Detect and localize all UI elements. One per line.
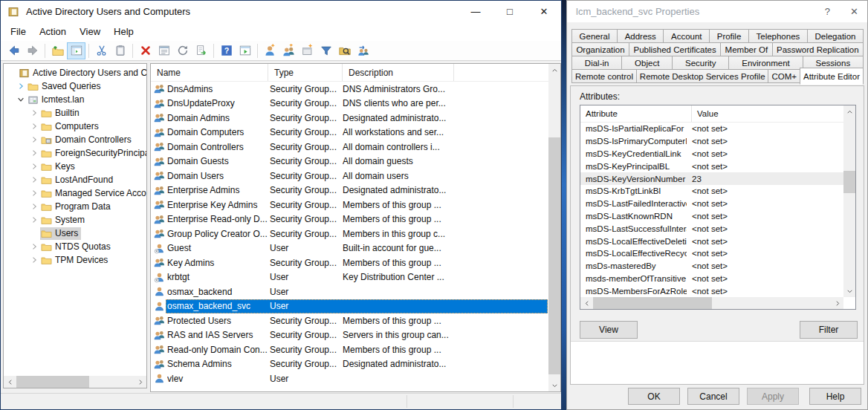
chevron-right-icon[interactable] (30, 108, 39, 117)
refresh-icon[interactable] (173, 42, 192, 59)
chevron-right-icon[interactable] (30, 189, 39, 198)
chevron-right-icon[interactable] (30, 135, 39, 144)
scrollbar-thumb[interactable] (16, 376, 89, 388)
table-row[interactable]: Protected UsersSecurity Group...Members … (151, 313, 548, 328)
table-row[interactable]: Group Policy Creator O...Security Group.… (151, 227, 548, 241)
apply-button[interactable]: Apply (747, 388, 799, 405)
dialog-help-icon[interactable]: ? (825, 6, 830, 17)
table-row[interactable]: Domain ComputersSecurity Group...All wor… (151, 126, 548, 140)
tab-environment[interactable]: Environment (728, 56, 803, 70)
scroll-down-icon[interactable] (843, 285, 855, 297)
table-row-selected[interactable]: osmax_backend_svcUser (151, 299, 548, 314)
attribute-row[interactable]: msDS-IsPartialReplicaFor<not set> (580, 123, 843, 135)
help-icon[interactable]: ? (217, 42, 236, 59)
find-icon[interactable] (335, 42, 354, 59)
tree-item-lostandfound[interactable]: LostAndFound (4, 173, 146, 186)
scroll-up-icon[interactable] (843, 105, 855, 117)
menu-action[interactable]: Action (33, 24, 73, 39)
close-button[interactable]: ✕ (527, 1, 561, 22)
table-row[interactable]: Read-only Domain Con...Security Group...… (151, 342, 548, 357)
table-row[interactable]: GuestUserBuilt-in account for gue... (151, 241, 548, 256)
tree-item-managed-service-accounts[interactable]: Managed Service Accounts (4, 186, 146, 200)
column-header-attribute[interactable]: Attribute (580, 105, 692, 122)
tree-item-builtin[interactable]: Builtin (4, 106, 146, 120)
delete-icon[interactable] (136, 42, 155, 59)
tab-remote-desktop-services-profile[interactable]: Remote Desktop Services Profile (636, 69, 769, 83)
chevron-right-icon[interactable] (30, 175, 39, 184)
help-button[interactable]: Help (809, 388, 861, 405)
tree-item-users[interactable]: Users (4, 227, 146, 240)
chevron-right-icon[interactable] (30, 215, 39, 224)
table-row[interactable]: osmax_backendUser (151, 284, 548, 299)
table-row[interactable]: Enterprise AdminsSecurity Group...Design… (151, 183, 548, 198)
attribute-row[interactable]: msDS-KeyCredentialLink<not set> (580, 148, 843, 160)
tree-item-root[interactable]: Active Directory Users and Computers (4, 66, 146, 79)
view-button[interactable]: View (580, 321, 638, 339)
table-row[interactable]: Domain GuestsSecurity Group...All domain… (151, 154, 548, 169)
attribute-row[interactable]: msDS-LastFailedInteractiveL...<not set> (580, 198, 843, 210)
tab-address[interactable]: Address (617, 29, 664, 43)
attribute-row[interactable]: msDS-LastSuccessfulIntera...<not set> (580, 222, 843, 235)
column-header-name[interactable]: Name (151, 64, 268, 81)
attribute-row[interactable]: msDS-LocalEffectiveDeletio...<not set> (580, 235, 843, 247)
menu-file[interactable]: File (4, 24, 33, 39)
tree-item-ntds-quotas[interactable]: NTDS Quotas (4, 240, 146, 253)
table-row[interactable]: Enterprise Key AdminsSecurity Group...Me… (151, 198, 548, 212)
back-icon[interactable] (4, 42, 23, 59)
table-row[interactable]: RAS and IAS ServersSecurity Group...Serv… (151, 328, 548, 343)
chevron-right-icon[interactable] (30, 162, 39, 171)
scroll-right-icon[interactable] (135, 376, 146, 388)
table-row[interactable]: krbtgtUserKey Distribution Center ... (151, 270, 548, 285)
new-user-icon[interactable] (261, 42, 279, 59)
table-row[interactable]: Enterprise Read-only D...Security Group.… (151, 212, 548, 227)
table-row[interactable]: DnsAdminsSecurity Group...DNS Administra… (151, 82, 548, 97)
column-header-value[interactable]: Value (692, 105, 843, 122)
table-row[interactable]: vlevUser (151, 371, 548, 386)
forward-icon[interactable] (23, 42, 42, 59)
filter-button[interactable]: Filter (800, 321, 858, 339)
scrollbar-thumb[interactable] (593, 297, 712, 309)
scroll-left-icon[interactable] (580, 297, 592, 309)
tab-telephones[interactable]: Telephones (748, 29, 808, 43)
chevron-right-icon[interactable] (16, 82, 25, 91)
scrollbar-thumb[interactable] (548, 137, 560, 374)
tree-item-program-data[interactable]: Program Data (4, 200, 146, 213)
ok-button[interactable]: OK (628, 388, 680, 405)
attributes-vertical-scrollbar[interactable] (843, 105, 855, 297)
chevron-right-icon[interactable] (30, 122, 39, 131)
cancel-button[interactable]: Cancel (687, 388, 739, 405)
tab-security[interactable]: Security (672, 56, 729, 70)
table-row[interactable]: Schema AdminsSecurity Group...Designated… (151, 357, 548, 372)
tab-profile[interactable]: Profile (709, 29, 749, 43)
menu-help[interactable]: Help (107, 24, 140, 39)
properties-icon[interactable] (155, 42, 173, 59)
table-row[interactable]: Key AdminsSecurity Group...Members of th… (151, 256, 548, 270)
attribute-row[interactable]: msDS-LastKnownRDN<not set> (580, 210, 843, 223)
tree-item-system[interactable]: System (4, 213, 146, 227)
dialog-close-icon[interactable]: ✕ (850, 6, 858, 17)
tab-remote-control[interactable]: Remote control (571, 69, 637, 83)
table-row[interactable]: DnsUpdateProxySecurity Group...DNS clien… (151, 97, 548, 111)
table-row[interactable]: Domain AdminsSecurity Group...Designated… (151, 111, 548, 126)
list-vertical-scrollbar[interactable] (548, 64, 560, 391)
column-header-description[interactable]: Description (343, 64, 454, 81)
tree-item-domain-controllers[interactable]: Domain Controllers (4, 133, 146, 146)
tab-com-plus[interactable]: COM+ (768, 69, 800, 83)
attribute-row[interactable]: msDS-KeyPrincipalBL<not set> (580, 160, 843, 172)
column-header-type[interactable]: Type (268, 64, 343, 81)
scroll-down-icon[interactable] (548, 380, 560, 391)
tree-item-foreignsecurityprincipals[interactable]: ForeignSecurityPrincipals (4, 146, 146, 160)
chevron-down-icon[interactable] (16, 95, 25, 104)
chevron-right-icon[interactable] (30, 256, 39, 264)
show-console-tree-icon[interactable] (67, 42, 85, 59)
attribute-row[interactable]: msDS-KrbTgtLinkBl<not set> (580, 185, 843, 198)
chevron-right-icon[interactable] (30, 242, 39, 251)
filter-icon[interactable] (317, 42, 335, 59)
paste-icon[interactable] (111, 42, 129, 59)
new-container-icon[interactable] (298, 42, 317, 59)
tab-organization[interactable]: Organization (571, 42, 629, 56)
tab-attribute-editor[interactable]: Attribute Editor (800, 68, 864, 85)
tab-object[interactable]: Object (621, 56, 673, 70)
new-group-icon[interactable] (279, 42, 298, 59)
tab-password-replication[interactable]: Password Replication (772, 42, 864, 56)
